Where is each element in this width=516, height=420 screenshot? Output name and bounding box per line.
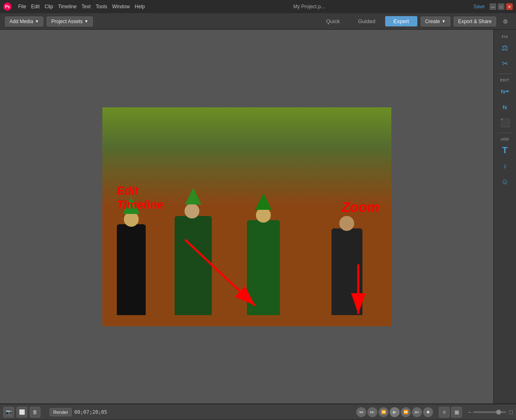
- mode-tabs: Quick Guided Expert: [318, 16, 417, 26]
- go-to-start-button[interactable]: ⏮: [356, 407, 366, 417]
- save-button[interactable]: Save: [473, 4, 485, 9]
- snapshot-button[interactable]: 📷: [3, 407, 14, 418]
- menu-clip[interactable]: Clip: [45, 4, 53, 9]
- menu-tools[interactable]: Tools: [96, 4, 107, 9]
- video-frame: Edit Timeline Zoom: [102, 107, 391, 326]
- view-audio-button[interactable]: ≡: [439, 407, 450, 418]
- zoom-slider[interactable]: [473, 411, 506, 413]
- timecode-display: 00;07;20;05: [74, 409, 107, 415]
- menu-file[interactable]: File: [18, 4, 26, 9]
- playback-controls: ⏮ ⏭ ⏪ ▶ ⏩ ⏭ ⏺: [356, 407, 433, 417]
- panel-fx2-icon[interactable]: fx: [497, 100, 513, 114]
- panel-balance-icon[interactable]: ⚖: [497, 40, 513, 55]
- annotation-zoom: Zoom: [341, 199, 380, 215]
- title-bar: Ps File Edit Clip Timeline Text Tools Wi…: [0, 0, 516, 13]
- menu-edit[interactable]: Edit: [31, 4, 40, 9]
- view-controls: ≡ ▦: [439, 407, 462, 418]
- panel-text-icon[interactable]: T: [497, 143, 513, 158]
- settings-icon: ⚙: [503, 18, 508, 25]
- panel-divider-2: [497, 133, 512, 133]
- view-video-button[interactable]: ▦: [451, 407, 462, 418]
- panel-crop-icon[interactable]: ✂: [497, 56, 513, 71]
- settings-button[interactable]: ⚙: [499, 16, 511, 27]
- menu-bar: File Edit Clip Timeline Text Tools Windo…: [18, 4, 145, 9]
- zoom-thumb[interactable]: [496, 410, 501, 415]
- tab-expert[interactable]: Expert: [385, 16, 417, 26]
- delete-track-button[interactable]: 🗑: [30, 407, 40, 418]
- app-logo: Ps: [3, 2, 12, 11]
- menu-timeline[interactable]: Timeline: [58, 4, 77, 9]
- create-button[interactable]: Create ▼: [421, 17, 450, 26]
- go-to-end-button[interactable]: ⏭: [412, 407, 422, 417]
- preview-area: Edit Timeline Zoom: [0, 30, 493, 403]
- export-share-button[interactable]: Export & Share: [454, 17, 496, 26]
- fix-label: FIX: [502, 35, 508, 39]
- edit-label: EDIT: [500, 78, 510, 82]
- project-name: My Project.p...: [293, 4, 325, 9]
- panel-fx1-icon[interactable]: fx✏: [497, 84, 513, 99]
- menu-window[interactable]: Window: [112, 4, 130, 9]
- toolbar-left: Add Media ▼ Project Assets ▼: [5, 17, 315, 26]
- menu-help[interactable]: Help: [135, 4, 145, 9]
- title-bar-left: Ps File Edit Clip Timeline Text Tools Wi…: [3, 2, 145, 11]
- main-content: Edit Timeline Zoom: [0, 30, 516, 403]
- menu-text[interactable]: Text: [82, 4, 91, 9]
- main-toolbar: Add Media ▼ Project Assets ▼ Quick Guide…: [0, 13, 516, 30]
- title-bar-right: Save — □ ✕: [473, 3, 513, 10]
- window-controls: — □ ✕: [490, 3, 513, 10]
- zoom-plus-icon[interactable]: □: [509, 409, 513, 415]
- close-button[interactable]: ✕: [506, 3, 513, 10]
- maximize-button[interactable]: □: [498, 3, 504, 10]
- tab-quick[interactable]: Quick: [318, 16, 348, 26]
- record-button[interactable]: ⏺: [423, 407, 433, 417]
- timeline-area: 📷 ⬜ 🗑 Render 00;07;20;05 ⏮ ⏭ ⏪ ▶ ⏩ ⏭ ⏺ ≡…: [0, 403, 516, 420]
- render-button[interactable]: Render: [50, 408, 72, 416]
- annotation-edit-timeline: Edit Timeline: [117, 184, 163, 211]
- panel-expand-icon[interactable]: ⬛: [497, 115, 513, 130]
- video-preview: Edit Timeline Zoom: [102, 107, 391, 326]
- zoom-minus-icon[interactable]: −: [468, 409, 471, 415]
- play-button[interactable]: ▶: [390, 407, 400, 417]
- right-panel: FIX ⚖ ✂ EDIT fx✏ fx ⬛ ADD T ♪ ☺: [493, 30, 516, 403]
- toolbar-right: Create ▼ Export & Share ⚙: [421, 16, 511, 27]
- step-back-button[interactable]: ⏭: [367, 407, 377, 417]
- panel-divider-1: [497, 74, 512, 74]
- zoom-slider-area: − □: [468, 409, 513, 415]
- add-media-button[interactable]: Add Media ▼: [5, 17, 43, 26]
- step-fwd-button[interactable]: ⏩: [401, 407, 411, 417]
- minimize-button[interactable]: —: [490, 3, 496, 10]
- rewind-button[interactable]: ⏪: [379, 407, 388, 417]
- timeline-toolbar: 📷 ⬜ 🗑 Render 00;07;20;05 ⏮ ⏭ ⏪ ▶ ⏩ ⏭ ⏺ ≡…: [0, 404, 516, 420]
- new-track-button[interactable]: ⬜: [17, 407, 27, 418]
- panel-emoji-icon[interactable]: ☺: [497, 174, 513, 189]
- tab-guided[interactable]: Guided: [350, 16, 383, 26]
- add-label: ADD: [501, 137, 509, 141]
- panel-music-icon[interactable]: ♪: [497, 159, 513, 173]
- project-assets-button[interactable]: Project Assets ▼: [47, 17, 93, 26]
